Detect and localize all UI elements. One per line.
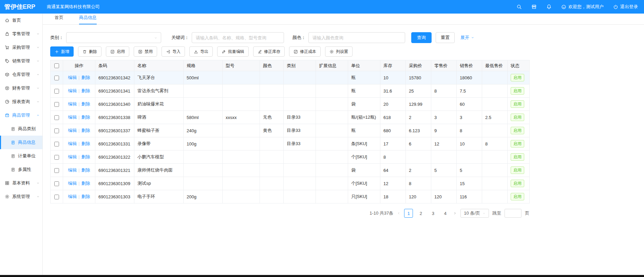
edit-link[interactable]: 编辑 [68, 167, 77, 173]
row-checkbox[interactable] [54, 115, 59, 120]
row-checkbox[interactable] [54, 102, 59, 107]
delete-button[interactable]: 删除 [78, 46, 101, 57]
cell-model [223, 124, 260, 137]
row-checkbox[interactable] [54, 89, 59, 94]
row-checkbox[interactable] [54, 195, 59, 199]
delete-link[interactable]: 删除 [81, 141, 90, 146]
edit-link[interactable]: 编辑 [68, 181, 77, 186]
add-button[interactable]: 新增 [50, 46, 74, 57]
sidebar-item-multi-attr[interactable]: 多属性 [0, 163, 42, 176]
sidebar-item-goods[interactable]: 商品管理 [0, 108, 42, 122]
delete-link[interactable]: 删除 [81, 167, 90, 173]
next-page-button[interactable] [453, 211, 457, 215]
select-all-checkbox[interactable] [54, 63, 59, 68]
cell-purchase_price: 2 [406, 164, 431, 177]
action-divider: | [78, 115, 79, 120]
sidebar-item-report[interactable]: 报表查询 [0, 95, 42, 108]
chevron-down-icon [36, 100, 40, 103]
square-slash-icon [293, 50, 298, 54]
status-badge: 启用 [511, 100, 524, 108]
pencil-line-icon [258, 50, 262, 54]
sidebar-item-warehouse[interactable]: 仓库管理 [0, 68, 42, 81]
fix-stock-button[interactable]: 修正库存 [253, 46, 285, 57]
sidebar-item-home[interactable]: 首页 [0, 14, 42, 27]
sidebar-item-measure-unit[interactable]: 计量单位 [0, 149, 42, 163]
trash-icon [82, 50, 87, 54]
page-button-4[interactable]: 4 [441, 209, 450, 218]
bell-icon[interactable] [546, 4, 552, 9]
batch-edit-button[interactable]: 批量编辑 [217, 46, 249, 57]
page-button-3[interactable]: 3 [429, 209, 437, 218]
fix-cost-button[interactable]: 修正成本 [289, 46, 321, 57]
delete-link[interactable]: 删除 [81, 115, 90, 120]
delete-link[interactable]: 删除 [81, 194, 90, 199]
tab-home[interactable]: 首页 [55, 15, 63, 24]
prev-page-button[interactable] [397, 211, 401, 215]
sidebar-item-purchase[interactable]: 采购管理 [0, 41, 42, 54]
color-input[interactable] [308, 32, 405, 43]
store-icon[interactable] [531, 4, 537, 9]
expand-link[interactable]: 展开 [460, 35, 474, 41]
sidebar-item-retail[interactable]: 零售管理 [0, 27, 42, 41]
cell-status: 启用 [508, 151, 530, 164]
column-settings-button[interactable]: 列设置 [325, 46, 353, 57]
disable-button[interactable]: 禁用 [134, 46, 157, 57]
sidebar-item-sales[interactable]: 销售管理 [0, 54, 42, 68]
sidebar-item-system[interactable]: 系统管理 [0, 190, 42, 203]
sidebar-item-basic[interactable]: 基本资料 [0, 176, 42, 190]
sidebar-item-finance[interactable]: 财务管理 [0, 81, 42, 95]
edit-link[interactable]: 编辑 [68, 128, 77, 133]
edit-link[interactable]: 编辑 [68, 141, 77, 146]
delete-link[interactable]: 删除 [81, 101, 90, 106]
row-checkbox[interactable] [54, 76, 59, 80]
cell-stock: 18 [380, 190, 406, 203]
page-size-select[interactable]: 10 条/页 [460, 209, 489, 218]
row-actions: 编辑|删除 [63, 111, 95, 124]
page-button-1[interactable]: 1 [404, 209, 413, 218]
row-checkbox[interactable] [54, 181, 59, 186]
row-actions: 编辑|删除 [63, 137, 95, 151]
welcome-text: 欢迎您，测试用户 [568, 4, 604, 10]
edit-link[interactable]: 编辑 [68, 194, 77, 199]
chevron-down-icon [36, 86, 40, 90]
sidebar-item-goods-info[interactable]: 商品信息 [0, 136, 42, 149]
row-checkbox[interactable] [54, 155, 59, 160]
edit-link[interactable]: 编辑 [68, 101, 77, 106]
enable-button[interactable]: 启用 [106, 46, 129, 57]
cell-category [284, 164, 316, 177]
export-button[interactable]: 导出 [189, 46, 213, 57]
keyword-input[interactable] [192, 32, 284, 43]
delete-link[interactable]: 删除 [81, 88, 90, 93]
jump-page-input[interactable] [505, 209, 522, 218]
tab-goods-info[interactable]: 商品信息 [79, 15, 97, 24]
sidebar-item-goods-category[interactable]: 商品类别 [0, 122, 42, 136]
row-checkbox[interactable] [54, 142, 59, 146]
row-checkbox[interactable] [54, 168, 59, 173]
reset-button[interactable]: 重置 [436, 32, 455, 43]
cell-name: 奶油味爆米花 [134, 98, 184, 111]
delete-link[interactable]: 删除 [81, 128, 90, 133]
cell-ext [316, 98, 348, 111]
sidebar-item-label: 报表查询 [12, 99, 36, 105]
logout-button[interactable]: 退出登录 [613, 4, 638, 10]
delete-link[interactable]: 删除 [81, 75, 90, 80]
search-icon[interactable] [516, 4, 522, 9]
edit-link[interactable]: 编辑 [68, 115, 77, 120]
pagination: 1-10 共37条 1234 10 条/页 跳至 页 [50, 209, 529, 218]
delete-link[interactable]: 删除 [81, 154, 90, 159]
user-welcome[interactable]: 欢迎您，测试用户 [561, 4, 604, 10]
delete-link[interactable]: 删除 [81, 181, 90, 186]
import-button[interactable]: 导入 [162, 46, 185, 57]
category-select[interactable] [66, 32, 161, 43]
sidebar-item-label: 商品类别 [18, 126, 36, 132]
sidebar-item-label: 财务管理 [12, 85, 36, 91]
edit-link[interactable]: 编辑 [68, 75, 77, 80]
edit-link[interactable]: 编辑 [68, 154, 77, 159]
table-body: 编辑|删除6901236301342飞天茅台500ml瓶101578018060… [51, 71, 530, 203]
edit-link[interactable]: 编辑 [68, 88, 77, 93]
cell-purchase_price: 6.123 [406, 124, 431, 137]
page-button-2[interactable]: 2 [416, 209, 425, 218]
row-checkbox[interactable] [54, 128, 59, 133]
status-badge: 启用 [511, 114, 524, 121]
search-button[interactable]: 查询 [411, 32, 432, 43]
